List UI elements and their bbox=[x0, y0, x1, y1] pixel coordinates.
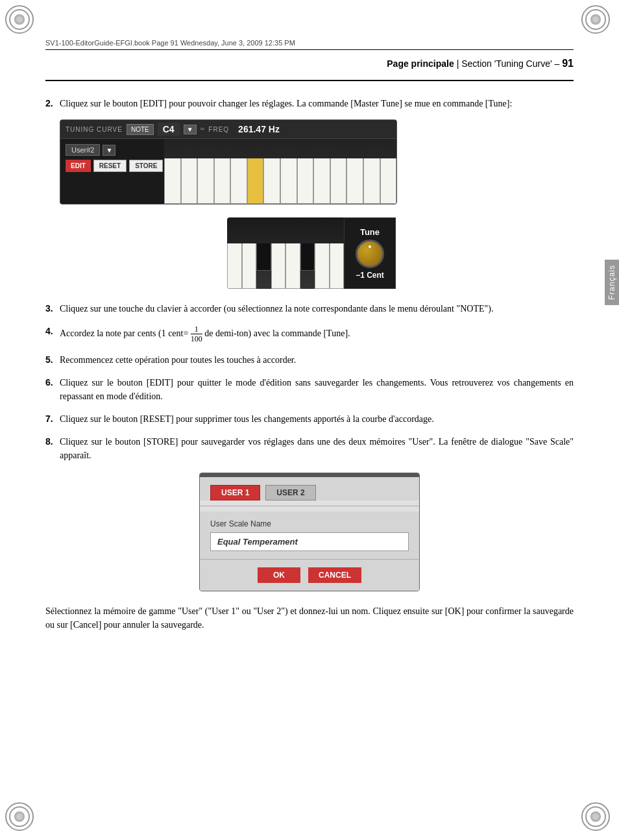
step-7-num: 7. bbox=[45, 412, 60, 426]
page-header: Page principale | Section 'Tuning Curve'… bbox=[45, 53, 574, 81]
key-7 bbox=[263, 158, 280, 204]
field-label: User Scale Name bbox=[210, 519, 409, 528]
corner-decoration-tl bbox=[5, 5, 38, 38]
corner-decoration-bl bbox=[5, 802, 38, 835]
tune-label: Tune bbox=[360, 227, 380, 237]
tune-knob-container: Tune −1 Cent bbox=[227, 217, 396, 289]
note-display: C4 bbox=[158, 123, 180, 136]
step-3: 3. Cliquez sur une touche du clavier à a… bbox=[45, 302, 574, 315]
cancel-button[interactable]: CANCEL bbox=[308, 567, 361, 583]
store-button[interactable]: STORE bbox=[129, 160, 163, 172]
step-4-pre: Accordez la note par cents (1 cent= bbox=[60, 328, 191, 338]
step-8: 8. Cliquez sur le bouton [STORE] pour sa… bbox=[45, 435, 574, 462]
step-6: 6. Cliquez sur le bouton [EDIT] pour qui… bbox=[45, 376, 574, 403]
reset-button[interactable]: RESET bbox=[93, 160, 127, 172]
tune-knob-dot bbox=[369, 245, 372, 248]
piano-keys bbox=[164, 158, 396, 204]
tuning-curve-screenshot: TUNING CURVE NOTE C4 ▼ = FREQ 261.47 Hz … bbox=[60, 119, 397, 204]
key-13 bbox=[363, 158, 380, 204]
language-sidebar: Français bbox=[605, 260, 619, 305]
step-8-num: 8. bbox=[45, 435, 60, 462]
tab-user2[interactable]: USER 2 bbox=[265, 485, 315, 500]
user-dropdown[interactable]: ▼ bbox=[103, 145, 115, 156]
step-2-text: Cliquez sur le bouton [EDIT] pour pouvoi… bbox=[60, 97, 574, 110]
save-scale-dialog: USER 1 USER 2 User Scale Name OK CANCEL bbox=[199, 473, 420, 591]
step-7: 7. Cliquez sur le bouton [RESET] pour su… bbox=[45, 412, 574, 426]
corner-decoration-tr bbox=[581, 5, 614, 38]
key-12 bbox=[346, 158, 363, 204]
user-select-row: User#2 ▼ bbox=[66, 144, 159, 156]
step-5: 5. Recommencez cette opération pour tout… bbox=[45, 353, 574, 367]
key-5 bbox=[230, 158, 247, 204]
key-14 bbox=[380, 158, 396, 204]
key-9 bbox=[297, 158, 314, 204]
step-2-num: 2. bbox=[45, 97, 60, 110]
fraction: 1100 bbox=[191, 325, 202, 344]
tuning-controls: User#2 ▼ EDIT RESET STORE bbox=[60, 139, 164, 204]
closing-text: Sélectionnez la mémoire de gamme "User" … bbox=[45, 604, 574, 632]
dialog-divider-1 bbox=[200, 506, 419, 506]
key-4 bbox=[214, 158, 231, 204]
key-1 bbox=[164, 158, 181, 204]
header-section: Section 'Tuning Curve' – bbox=[461, 58, 562, 69]
step-5-text: Recommencez cette opération pour toutes … bbox=[60, 353, 574, 367]
keyboard-visual bbox=[164, 139, 396, 204]
user-value: User#2 bbox=[66, 144, 100, 156]
step-4: 4. Accordez la note par cents (1 cent= 1… bbox=[45, 325, 574, 344]
ok-button[interactable]: OK bbox=[258, 567, 300, 583]
key-6-active bbox=[247, 158, 264, 204]
step-6-num: 6. bbox=[45, 376, 60, 403]
step-4-post: de demi-ton) avec la commande [Tune]. bbox=[202, 328, 350, 338]
note-dropdown-arrow[interactable]: ▼ bbox=[184, 125, 197, 134]
dialog-section: User Scale Name bbox=[200, 512, 419, 559]
tune-value: −1 Cent bbox=[356, 271, 384, 280]
edit-button[interactable]: EDIT bbox=[66, 160, 91, 172]
tuning-curve-label: TUNING CURVE bbox=[66, 126, 123, 133]
corner-decoration-br bbox=[581, 802, 614, 835]
step-4-num: 4. bbox=[45, 325, 60, 344]
step-7-text: Cliquez sur le bouton [RESET] pour suppr… bbox=[60, 412, 574, 426]
key-2 bbox=[181, 158, 198, 204]
key-3 bbox=[197, 158, 214, 204]
scale-name-input[interactable] bbox=[210, 532, 409, 551]
step-5-num: 5. bbox=[45, 353, 60, 367]
tab-user1[interactable]: USER 1 bbox=[210, 485, 260, 500]
step-3-num: 3. bbox=[45, 302, 60, 315]
control-buttons: EDIT RESET STORE bbox=[66, 160, 159, 172]
header-page-num: 91 bbox=[562, 58, 574, 69]
step-8-text: Cliquez sur le bouton [STORE] pour sauve… bbox=[60, 435, 574, 462]
step-6-text: Cliquez sur le bouton [EDIT] pour quitte… bbox=[60, 376, 574, 403]
dialog-buttons: OK CANCEL bbox=[200, 560, 419, 591]
freq-value: 261.47 Hz bbox=[238, 124, 280, 134]
tuning-curve-body: User#2 ▼ EDIT RESET STORE bbox=[60, 139, 396, 204]
dialog-tabs: USER 1 USER 2 bbox=[200, 477, 419, 500]
header-title: Page principale bbox=[387, 58, 454, 69]
file-info-bar: SV1-100-EditorGuide-EFGI.book Page 91 We… bbox=[45, 39, 574, 50]
key-8 bbox=[280, 158, 297, 204]
step-2: 2. Cliquez sur le bouton [EDIT] pour pou… bbox=[45, 97, 574, 110]
key-11 bbox=[330, 158, 347, 204]
note-button[interactable]: NOTE bbox=[127, 124, 154, 135]
key-10 bbox=[313, 158, 330, 204]
step-3-text: Cliquez sur une touche du clavier à acco… bbox=[60, 302, 574, 315]
tune-knob-area: Tune −1 Cent bbox=[344, 217, 396, 289]
equals-sign: = bbox=[200, 125, 205, 134]
freq-label: FREQ bbox=[208, 126, 229, 133]
step-4-text: Accordez la note par cents (1 cent= 1100… bbox=[60, 325, 574, 344]
tune-knob bbox=[356, 240, 384, 268]
tuning-curve-header: TUNING CURVE NOTE C4 ▼ = FREQ 261.47 Hz bbox=[60, 120, 396, 139]
